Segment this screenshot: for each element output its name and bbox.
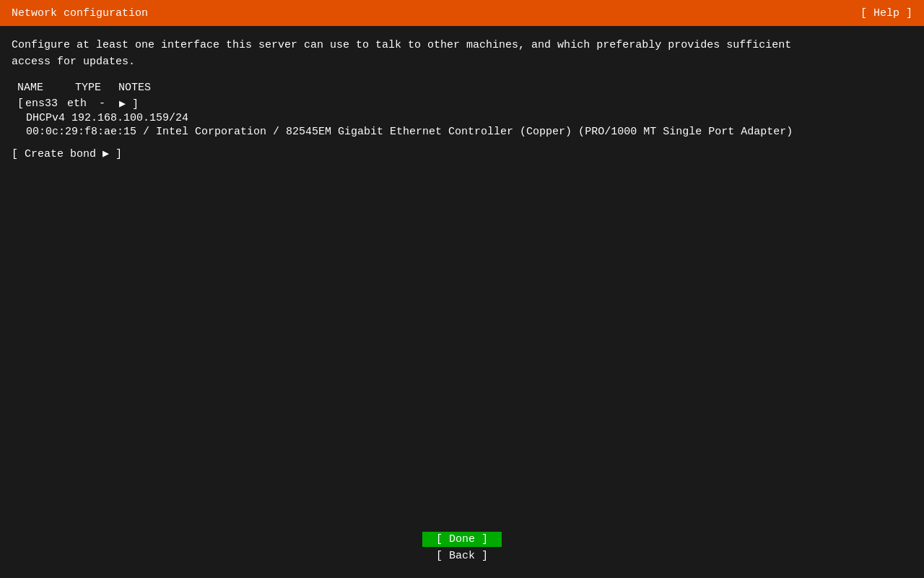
interface-notes: - [99,98,119,110]
bottom-buttons: [ Done ] [ Back ] [422,532,502,564]
col-header-type: TYPE [75,82,118,94]
create-bond-row[interactable]: [ Create bond ▶ ] [12,147,912,160]
create-bond-label: [ Create bond ▶ ] [12,148,122,160]
description: Configure at least one interface this se… [12,38,912,70]
description-line2: access for updates. [12,56,135,68]
bracket-left: [ [17,98,24,110]
mac-row: 00:0c:29:f8:ae:15 / Intel Corporation / … [26,126,912,138]
interface-type: eth [67,98,99,110]
interface-arrow: ▶ ] [119,97,139,111]
header-title: Network configuration [12,7,148,20]
interface-name: ens33 [25,98,67,110]
description-line1: Configure at least one interface this se… [12,39,791,51]
col-header-name: NAME [17,82,75,94]
header-help[interactable]: [ Help ] [860,7,912,20]
mac-info: 00:0c:29:f8:ae:15 / Intel Corporation / … [26,126,793,138]
header: Network configuration [ Help ] [0,0,924,26]
done-button[interactable]: [ Done ] [422,532,502,547]
main-content: Configure at least one interface this se… [0,26,924,160]
dhcp-row: DHCPv4 192.168.100.159/24 [26,112,912,124]
interface-row[interactable]: [ ens33 eth - ▶ ] [17,97,912,111]
back-button[interactable]: [ Back ] [422,548,502,564]
dhcp-info: DHCPv4 192.168.100.159/24 [26,112,188,124]
table-header: NAME TYPE NOTES [17,82,912,94]
interface-table: NAME TYPE NOTES [ ens33 eth - ▶ ] DHCPv4… [17,82,912,138]
col-header-notes: NOTES [118,82,176,94]
